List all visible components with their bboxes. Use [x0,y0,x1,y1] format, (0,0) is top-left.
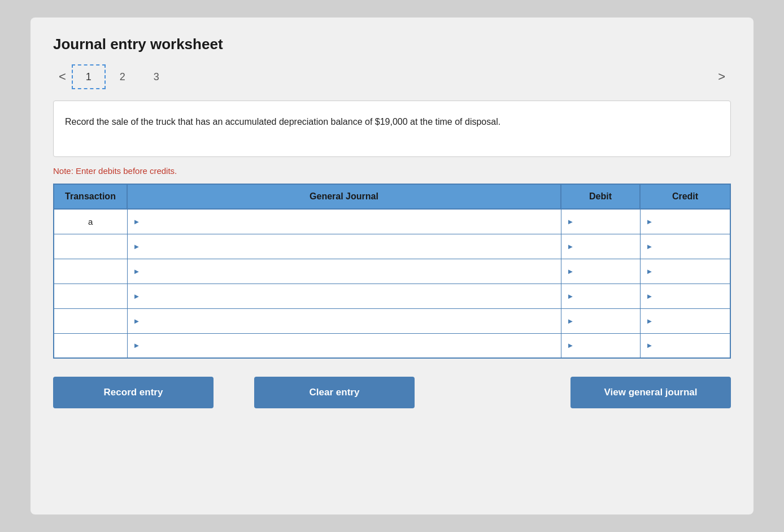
arrow-icon: ► [131,292,141,300]
arrow-icon: ► [644,217,654,226]
description-box: Record the sale of the truck that has an… [53,101,731,157]
arrow-icon: ► [565,267,574,276]
table-row: ►►► [54,259,730,284]
table-row: a►►► [54,209,730,234]
table-row: ►►► [54,333,730,358]
header-general-journal: General Journal [127,184,561,209]
debit-cell-1[interactable]: ► [561,234,640,259]
record-entry-button[interactable]: Record entry [53,377,214,408]
transaction-cell-1 [54,234,127,259]
debit-cell-3[interactable]: ► [561,284,640,308]
header-debit: Debit [561,184,640,209]
arrow-icon: ► [644,292,654,300]
arrow-icon: ► [565,341,574,350]
tab-navigation: < 1 2 3 > [53,64,731,89]
arrow-icon: ► [644,267,654,276]
arrow-icon: ► [131,341,141,350]
credit-cell-4[interactable]: ► [640,308,730,333]
general-journal-cell-5[interactable]: ► [127,333,561,358]
debit-cell-2[interactable]: ► [561,259,640,284]
general-journal-cell-3[interactable]: ► [127,284,561,308]
journal-table: Transaction General Journal Debit Credit… [53,184,731,359]
tab-1[interactable]: 1 [72,64,106,89]
credit-cell-5[interactable]: ► [640,333,730,358]
general-journal-cell-2[interactable]: ► [127,259,561,284]
nav-left-arrow[interactable]: < [53,67,72,86]
arrow-icon: ► [131,242,141,251]
transaction-cell-0: a [54,209,127,234]
general-journal-cell-4[interactable]: ► [127,308,561,333]
general-journal-cell-0[interactable]: ► [127,209,561,234]
debit-cell-5[interactable]: ► [561,333,640,358]
arrow-icon: ► [131,317,141,325]
debit-cell-0[interactable]: ► [561,209,640,234]
arrow-icon: ► [131,217,141,226]
credit-cell-3[interactable]: ► [640,284,730,308]
transaction-cell-3 [54,284,127,308]
table-row: ►►► [54,284,730,308]
view-general-journal-button[interactable]: View general journal [570,377,731,408]
credit-cell-0[interactable]: ► [640,209,730,234]
arrow-icon: ► [644,341,654,350]
clear-entry-button[interactable]: Clear entry [254,377,415,408]
nav-right-arrow[interactable]: > [712,67,731,86]
arrow-icon: ► [565,217,574,226]
header-transaction: Transaction [54,184,127,209]
arrow-icon: ► [644,317,654,325]
transaction-cell-4 [54,308,127,333]
note-text: Note: Enter debits before credits. [53,166,731,176]
credit-cell-2[interactable]: ► [640,259,730,284]
transaction-cell-5 [54,333,127,358]
debit-cell-4[interactable]: ► [561,308,640,333]
arrow-icon: ► [565,242,574,251]
general-journal-cell-1[interactable]: ► [127,234,561,259]
description-text: Record the sale of the truck that has an… [65,117,500,127]
arrow-icon: ► [565,292,574,300]
arrow-icon: ► [565,317,574,325]
tab-3[interactable]: 3 [140,64,173,89]
worksheet-container: Journal entry worksheet < 1 2 3 > Record… [31,18,753,514]
table-row: ►►► [54,234,730,259]
page-title: Journal entry worksheet [53,36,731,53]
arrow-icon: ► [131,267,141,276]
table-row: ►►► [54,308,730,333]
buttons-row: Record entry Clear entry View general jo… [53,377,731,408]
tab-2[interactable]: 2 [106,64,140,89]
transaction-cell-2 [54,259,127,284]
credit-cell-1[interactable]: ► [640,234,730,259]
header-credit: Credit [640,184,730,209]
arrow-icon: ► [644,242,654,251]
